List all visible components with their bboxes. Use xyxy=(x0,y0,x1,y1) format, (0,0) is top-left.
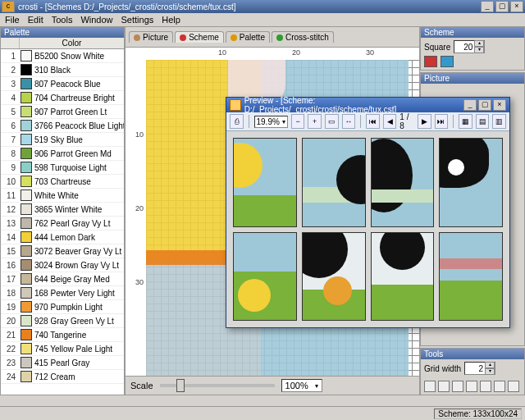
minimize-button[interactable]: _ xyxy=(481,1,494,12)
preview-titlebar[interactable]: Preview - [Scheme: D:/_Projects/_crosti/… xyxy=(226,98,509,112)
palette-row[interactable]: 11White White xyxy=(1,189,124,203)
tool-icon[interactable] xyxy=(424,381,436,392)
palette-row[interactable]: 4704 Chartreuse Bright xyxy=(1,91,124,105)
menu-file[interactable]: File xyxy=(5,15,20,25)
palette-swatch xyxy=(21,50,32,62)
palette-row[interactable]: 24712 Cream xyxy=(1,370,124,384)
tool-icon[interactable] xyxy=(438,381,450,392)
palette-row-index: 23 xyxy=(1,358,18,368)
palette-row[interactable]: 5907 Parrot Green Lt xyxy=(1,105,124,119)
palette-row[interactable]: 2310 Black xyxy=(1,63,124,77)
statusbar: Scheme: 133x100x24 xyxy=(0,406,525,420)
color-swatch-icon[interactable] xyxy=(424,56,437,67)
palette-swatch xyxy=(21,148,32,159)
print-icon[interactable]: ⎙ xyxy=(230,114,244,129)
palette-row[interactable]: 22745 Yellow Pale Light xyxy=(1,342,124,356)
preview-thumb[interactable] xyxy=(302,232,366,322)
palette-swatch xyxy=(21,106,32,117)
palette-swatch xyxy=(21,371,32,382)
square-input[interactable]: 20▴▾ xyxy=(454,40,485,53)
palette-row-label: B5200 Snow White xyxy=(34,52,124,61)
tool-icon[interactable] xyxy=(466,381,477,392)
color-swatch-icon-2[interactable] xyxy=(441,56,454,67)
palette-row[interactable]: 13762 Pearl Gray Vy Lt xyxy=(1,217,124,231)
palette-row-index: 19 xyxy=(1,303,18,312)
thumbs-2-icon[interactable]: ▤ xyxy=(476,114,490,129)
thumbs-4-icon[interactable]: ▥ xyxy=(492,114,506,129)
picture-section-title: Picture xyxy=(421,73,524,84)
page-next-icon[interactable]: ▶ xyxy=(418,114,431,129)
fit-width-icon[interactable]: ↔ xyxy=(342,114,356,129)
palette-row-label: 3024 Brown Gray Vy Lt xyxy=(34,261,124,270)
menu-window[interactable]: Window xyxy=(80,15,112,25)
palette-row-index: 7 xyxy=(1,135,18,144)
menu-help[interactable]: Help xyxy=(162,15,180,25)
tab-picture[interactable]: Picture xyxy=(129,31,173,43)
preview-thumb[interactable] xyxy=(439,232,503,322)
preview-thumb[interactable] xyxy=(233,232,297,322)
palette-row[interactable]: 10703 Chartreuse xyxy=(1,175,124,189)
menu-settings[interactable]: Settings xyxy=(121,15,154,25)
gridwidth-input[interactable]: 2▴▾ xyxy=(464,362,495,375)
preview-thumb[interactable] xyxy=(371,138,435,227)
palette-row-label: White White xyxy=(34,191,124,200)
preview-thumb[interactable] xyxy=(439,138,503,227)
menu-edit[interactable]: Edit xyxy=(28,15,43,25)
preview-maximize[interactable]: ▢ xyxy=(478,99,491,111)
palette-row-label: 907 Parrot Green Lt xyxy=(34,107,124,116)
close-button[interactable]: × xyxy=(510,1,523,12)
palette-row-label: 740 Tangerine xyxy=(34,331,124,340)
tab-scheme[interactable]: Scheme xyxy=(175,31,224,43)
preview-minimize[interactable]: _ xyxy=(463,99,477,111)
palette-row[interactable]: 20928 Gray Green Vy Lt xyxy=(1,314,124,328)
palette-swatch xyxy=(21,357,32,368)
tab-palette[interactable]: Palette xyxy=(226,31,270,43)
palette-row-index: 20 xyxy=(1,317,18,326)
palette-row-index: 21 xyxy=(1,331,18,340)
square-spinner[interactable]: ▴▾ xyxy=(474,40,484,53)
palette-swatch xyxy=(21,78,32,89)
palette-list[interactable]: 1B5200 Snow White2310 Black3807 Peacock … xyxy=(1,49,124,395)
palette-row[interactable]: 14444 Lemon Dark xyxy=(1,231,124,244)
zoom-in-icon[interactable]: + xyxy=(308,114,322,129)
palette-row[interactable]: 8906 Parrot Green Md xyxy=(1,147,124,161)
scale-slider[interactable] xyxy=(160,384,275,387)
palette-row[interactable]: 1B5200 Snow White xyxy=(1,49,124,63)
ruler-vertical: 10 20 30 xyxy=(126,60,146,376)
preview-zoom-box[interactable]: 19.9%▾ xyxy=(254,116,288,128)
scale-value-box[interactable]: 100%▾ xyxy=(281,379,322,392)
palette-row[interactable]: 23415 Pearl Gray xyxy=(1,356,124,370)
zoom-out-icon[interactable]: − xyxy=(291,114,305,129)
menu-tools[interactable]: Tools xyxy=(52,15,73,25)
scale-slider-thumb[interactable] xyxy=(176,379,185,392)
page-first-icon[interactable]: ⏮ xyxy=(366,114,380,129)
preview-thumb[interactable] xyxy=(233,138,297,227)
preview-thumb[interactable] xyxy=(371,232,435,322)
palette-row[interactable]: 17644 Beige Gray Med xyxy=(1,272,124,286)
tool-icon[interactable] xyxy=(480,381,491,392)
palette-row[interactable]: 19970 Pumpkin Light xyxy=(1,300,124,314)
palette-row[interactable]: 3807 Peacock Blue xyxy=(1,77,124,91)
thumbs-1-icon[interactable]: ▦ xyxy=(459,114,472,129)
preview-close[interactable]: × xyxy=(493,99,506,111)
page-last-icon[interactable]: ⏭ xyxy=(435,114,449,129)
status-scheme-size: Scheme: 133x100x24 xyxy=(434,409,522,419)
page-prev-icon[interactable]: ◀ xyxy=(383,114,397,129)
palette-row[interactable]: 21740 Tangerine xyxy=(1,328,124,342)
preview-window[interactable]: Preview - [Scheme: D:/_Projects/_crosti/… xyxy=(226,97,510,328)
tool-icon[interactable] xyxy=(452,381,463,392)
palette-row[interactable]: 63766 Peacock Blue Light xyxy=(1,119,124,133)
preview-thumb[interactable] xyxy=(302,138,366,227)
tool-icon[interactable] xyxy=(494,381,505,392)
fit-page-icon[interactable]: ▭ xyxy=(325,114,339,129)
palette-row[interactable]: 7519 Sky Blue xyxy=(1,133,124,147)
palette-row[interactable]: 18168 Pewter Very Light xyxy=(1,286,124,300)
palette-row[interactable]: 9598 Turquoise Light xyxy=(1,161,124,175)
palette-row[interactable]: 153072 Beaver Gray Vy Lt xyxy=(1,244,124,258)
palette-row[interactable]: 163024 Brown Gray Vy Lt xyxy=(1,258,124,272)
maximize-button[interactable]: ▢ xyxy=(495,1,509,12)
tab-crossstitch[interactable]: Cross-stitch xyxy=(272,31,334,43)
tool-icon[interactable] xyxy=(508,381,519,392)
palette-row[interactable]: 123865 Winter White xyxy=(1,203,124,217)
gridwidth-spinner[interactable]: ▴▾ xyxy=(485,362,495,375)
